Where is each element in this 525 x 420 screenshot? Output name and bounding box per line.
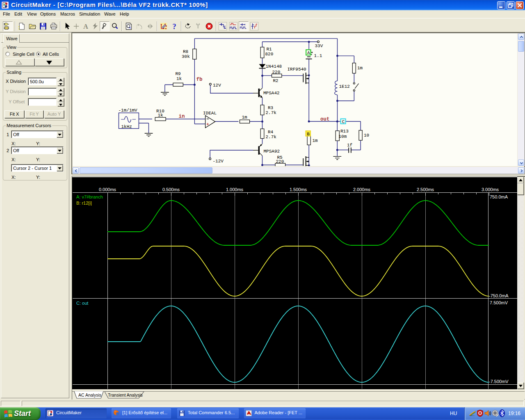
svg-text:1m: 1m: [313, 138, 318, 143]
svg-text:A: A: [307, 50, 310, 55]
svg-text:AC Analysis: AC Analysis: [78, 393, 101, 397]
svg-text:R4: R4: [268, 130, 274, 135]
svg-text:0.500ms: 0.500ms: [162, 187, 180, 192]
svg-text:3.000ms: 3.000ms: [482, 187, 499, 192]
svg-text:-750.0mA: -750.0mA: [489, 293, 509, 298]
svg-text:1kHz: 1kHz: [121, 124, 132, 129]
svg-text:1k: 1k: [158, 113, 164, 118]
svg-text:10: 10: [364, 133, 369, 138]
svg-text:30k: 30k: [182, 54, 190, 59]
svg-text:A: v7#branch: A: v7#branch: [76, 194, 103, 199]
svg-text:2.7k: 2.7k: [266, 135, 277, 139]
svg-text:12V: 12V: [213, 83, 221, 88]
svg-text:1k: 1k: [176, 76, 182, 81]
svg-text:B: r12[i]: B: r12[i]: [76, 201, 92, 205]
svg-text:IRF9540: IRF9540: [288, 67, 306, 72]
svg-text:1m: 1m: [242, 115, 248, 120]
svg-text:33V: 33V: [315, 43, 323, 48]
svg-text:10m: 10m: [339, 134, 347, 139]
svg-text:1E12: 1E12: [339, 84, 350, 89]
svg-text:220: 220: [272, 70, 281, 75]
svg-text:R3: R3: [268, 105, 273, 110]
svg-text:-1m/1mV: -1m/1mV: [119, 108, 138, 113]
svg-text:out: out: [320, 116, 330, 122]
svg-text:1f: 1f: [347, 143, 352, 148]
svg-text:2.000ms: 2.000ms: [353, 187, 371, 192]
svg-text:1m: 1m: [357, 66, 363, 71]
svg-text:2.7k: 2.7k: [266, 110, 277, 115]
svg-text:C: out: C: out: [76, 301, 88, 306]
svg-text:A: A: [83, 23, 88, 30]
svg-text:fb: fb: [196, 77, 203, 82]
svg-text:-12V: -12V: [213, 159, 224, 164]
svg-text:1.1: 1.1: [314, 53, 322, 58]
svg-text:MPSA42: MPSA42: [263, 91, 280, 96]
svg-text:1N4148: 1N4148: [266, 64, 282, 69]
svg-text:R1: R1: [267, 47, 272, 52]
svg-text:2.500ms: 2.500ms: [417, 187, 434, 192]
svg-text:750.0mA: 750.0mA: [490, 194, 508, 199]
svg-text:820: 820: [265, 52, 274, 57]
svg-text:R9: R9: [176, 71, 181, 76]
svg-text:R8: R8: [183, 49, 188, 54]
svg-text:IDEAL: IDEAL: [203, 111, 217, 116]
svg-text:Transient Analysis: Transient Analysis: [108, 393, 143, 397]
svg-text:R13: R13: [340, 129, 349, 134]
svg-text:MPSA92: MPSA92: [264, 149, 280, 154]
svg-text:220: 220: [276, 159, 284, 164]
svg-text:R2: R2: [273, 78, 278, 83]
svg-text:1.500ms: 1.500ms: [290, 187, 307, 192]
svg-text:-7.500mV: -7.500mV: [489, 379, 509, 384]
svg-text:7.500mV: 7.500mV: [490, 300, 508, 305]
svg-text:1.000ms: 1.000ms: [226, 187, 244, 192]
svg-text:C: C: [342, 119, 345, 124]
svg-text:in: in: [179, 114, 185, 119]
svg-text:B: B: [307, 132, 310, 137]
svg-text:0.000ms: 0.000ms: [99, 187, 116, 192]
svg-text:?: ?: [172, 23, 176, 31]
